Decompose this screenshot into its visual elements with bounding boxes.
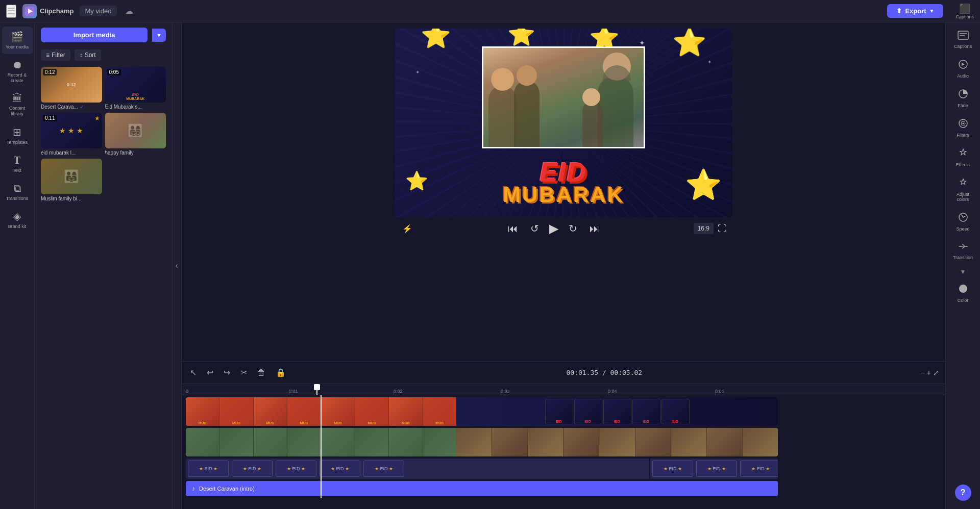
right-sidebar-item-fade[interactable]: Fade xyxy=(947,85,979,112)
export-button[interactable]: ⬆ Export ▼ xyxy=(887,4,943,18)
duration-badge-eid: 0:05 xyxy=(107,69,121,75)
cut-button[interactable]: ✂ xyxy=(238,366,249,379)
timeline-time-display: 00:01.35 / 00:05.02 xyxy=(294,369,915,376)
timeline-scroll-area[interactable]: 0 0:01 0:02 0:03 0:04 0:05 xyxy=(182,384,945,509)
media-thumb-eid-mubarak-s[interactable]: EID MUBARAK 0:05 Eid Mubarak s... xyxy=(105,67,166,110)
sidebar-item-templates[interactable]: ⊞ Templates xyxy=(2,122,33,149)
sort-button[interactable]: ↕ Sort xyxy=(75,49,101,61)
sidebar-item-label-record: Record &create xyxy=(8,72,27,84)
sparkle-4: ✦ xyxy=(639,39,645,47)
sort-label: Sort xyxy=(85,52,96,59)
sidebar-item-label-text: Text xyxy=(13,168,21,173)
right-sidebar-label-captions: Captions xyxy=(954,44,972,49)
right-sidebar-item-adjust-colors[interactable]: Adjustcolors xyxy=(947,173,979,206)
panel-collapse-button[interactable]: ‹ xyxy=(173,22,182,509)
ruler-mark-1: 0:01 xyxy=(289,389,298,394)
sparkle-2: ✦ xyxy=(415,69,420,75)
sidebar-item-your-media[interactable]: 🎬 Your media xyxy=(2,27,33,54)
right-sidebar-label-effects: Effects xyxy=(956,162,970,167)
delete-button[interactable]: 🗑 xyxy=(255,366,267,379)
track-eid-mubarak[interactable]: MUB MUB MUB MUB MUB MUB MUB MUB xyxy=(186,397,941,426)
media-thumb-label-eid: Eid Mubarak s... xyxy=(105,104,166,110)
filter-icon: ≡ xyxy=(46,52,50,59)
export-upload-icon: ⬆ xyxy=(896,7,902,15)
media-thumb-happy-family[interactable]: 👨‍👩‍👧‍👦 happy family xyxy=(105,113,166,156)
media-thumb-eid-mubarak-l[interactable]: ★ ★ ★ ★ ★ 0:11 eid mubarak l... xyxy=(41,113,102,156)
skip-forward-button[interactable]: ⏭ xyxy=(587,221,602,237)
adjust-colors-panel-icon xyxy=(958,177,968,190)
right-sidebar-expand[interactable]: ▼ xyxy=(958,266,968,277)
media-thumb-desert-caravan[interactable]: 0:12 0:12 Desert Carava... ✓ xyxy=(41,67,102,110)
sidebar-item-label-your-media: Your media xyxy=(6,44,29,50)
fit-timeline-button[interactable]: ⤢ xyxy=(933,369,939,377)
right-sidebar-label-transition: Transition xyxy=(953,255,973,260)
aspect-ratio-button[interactable]: 16:9 xyxy=(694,223,714,234)
track-audio[interactable]: ♪ Desert Caravan (intro) xyxy=(186,481,941,496)
right-sidebar-item-captions[interactable]: Captions xyxy=(947,27,979,53)
undo-button[interactable]: ↩ xyxy=(205,366,215,379)
track-family-video[interactable] xyxy=(186,428,941,456)
help-button[interactable]: ? xyxy=(955,485,971,501)
lock-button[interactable]: 🔒 xyxy=(274,366,288,379)
timeline-tracks: MUB MUB MUB MUB MUB MUB MUB MUB xyxy=(182,395,945,498)
right-sidebar-item-audio[interactable]: Audio xyxy=(947,55,979,83)
right-sidebar-item-color[interactable]: Color xyxy=(947,279,979,307)
eid-mubarak-title: EID MUBARAK xyxy=(503,157,624,207)
center-area: ⭐ ⭐ ⭐ ⭐ ⭐ ⭐ ✦ ✦ ✦ ✦ xyxy=(182,22,945,509)
forward-button[interactable]: ↻ xyxy=(567,220,579,237)
logo-icon xyxy=(22,4,37,18)
sidebar-item-brand[interactable]: ◈ Brand kit xyxy=(2,206,33,234)
right-sidebar-item-filters[interactable]: Filters xyxy=(947,114,979,142)
redo-button[interactable]: ↪ xyxy=(222,366,232,379)
speed-panel-icon xyxy=(958,212,968,225)
playhead-marker xyxy=(314,384,320,390)
import-media-button[interactable]: Import media xyxy=(41,28,148,42)
main-layout: 🎬 Your media ⏺ Record &create 🏛 Contentl… xyxy=(0,22,980,509)
filter-button[interactable]: ≡ Filter xyxy=(41,49,70,61)
sidebar-item-transitions[interactable]: ⧉ Transitions xyxy=(2,179,33,206)
ruler-mark-3: 0:03 xyxy=(501,389,510,394)
transition-panel-icon xyxy=(958,242,968,253)
right-sidebar-item-transition[interactable]: Transition xyxy=(947,238,979,264)
ruler-mark-2: 0:02 xyxy=(394,389,403,394)
left-sidebar: 🎬 Your media ⏺ Record &create 🏛 Contentl… xyxy=(0,22,35,509)
family-photo xyxy=(482,46,645,148)
right-sidebar-label-fade: Fade xyxy=(958,103,968,108)
import-media-dropdown[interactable]: ▼ xyxy=(152,29,166,42)
captions-panel-icon xyxy=(958,31,969,42)
sidebar-item-record-create[interactable]: ⏺ Record &create xyxy=(2,55,33,88)
video-title[interactable]: My video xyxy=(80,6,116,16)
cursor-tool-button[interactable]: ↖ xyxy=(188,366,199,379)
right-sidebar-item-speed[interactable]: Speed xyxy=(947,208,979,236)
sidebar-item-label-brand: Brand kit xyxy=(8,224,27,230)
right-sidebar-label-color: Color xyxy=(958,298,969,303)
sidebar-item-text[interactable]: T Text xyxy=(2,150,33,177)
audio-note-icon: ♪ xyxy=(192,485,195,492)
sidebar-item-content-library[interactable]: 🏛 Contentlibrary xyxy=(2,88,33,121)
preview-background: ⭐ ⭐ ⭐ ⭐ ⭐ ⭐ ✦ ✦ ✦ ✦ xyxy=(395,29,732,217)
ai-enhance-button[interactable]: ⚡ xyxy=(400,222,414,236)
zoom-out-button[interactable]: − xyxy=(921,369,925,377)
play-button[interactable]: ▶ xyxy=(549,221,558,236)
star-decoration-1: ⭐ xyxy=(421,29,451,48)
rewind-button[interactable]: ↺ xyxy=(528,220,541,237)
duration-badge: 0:12 xyxy=(43,69,57,75)
skip-back-button[interactable]: ⏮ xyxy=(506,221,520,237)
check-icon: ✓ xyxy=(80,104,84,110)
right-sidebar: Captions Audio Fade Filters Effects xyxy=(945,22,980,509)
media-thumb-muslim-family[interactable]: 👨‍👩‍👧 Muslim family bi... xyxy=(41,159,102,201)
fullscreen-button[interactable]: ⛶ xyxy=(718,223,727,234)
media-thumb-label-eid-l: eid mubarak l... xyxy=(41,150,102,156)
captions-icon: ⬛ xyxy=(959,3,970,14)
star-decoration-4: ⭐ xyxy=(672,29,706,58)
star-decoration-2: ⭐ xyxy=(507,29,535,47)
cloud-save-icon: ☁ xyxy=(125,6,133,16)
your-media-icon: 🎬 xyxy=(11,31,23,43)
hamburger-menu[interactable]: ☰ xyxy=(6,5,16,18)
captions-button[interactable]: ⬛ Captions xyxy=(955,3,974,19)
playback-controls: ⏮ ↺ ▶ ↻ ⏭ xyxy=(506,220,602,237)
media-thumb-label: Desert Carava... ✓ xyxy=(41,104,102,110)
right-sidebar-item-effects[interactable]: Effects xyxy=(947,144,979,171)
track-text-eid[interactable]: ★ EID ★ ★ EID ★ ★ EID ★ ★ EID ★ ★ EID ★ … xyxy=(186,459,941,479)
zoom-in-button[interactable]: + xyxy=(927,369,931,377)
